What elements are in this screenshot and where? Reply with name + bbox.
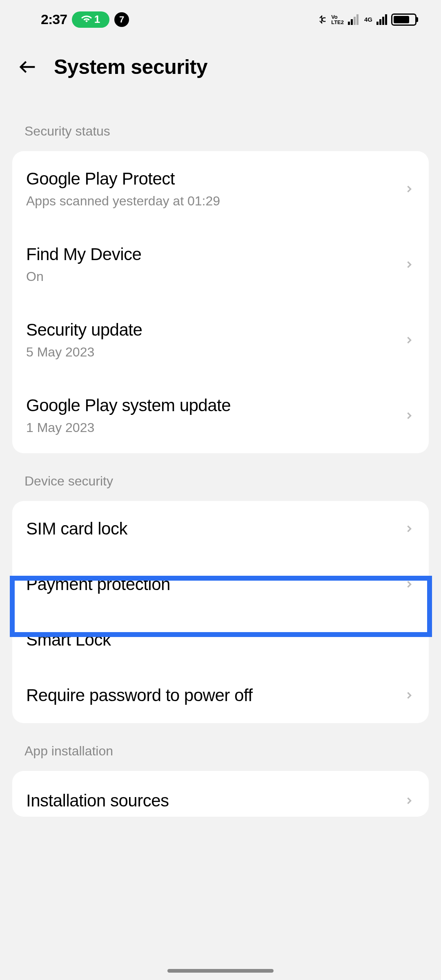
row-content: Require password to power off [26, 686, 403, 705]
battery-fill [394, 16, 409, 23]
card-app-installation: Installation sources [12, 771, 429, 817]
row-content: Find My Device On [26, 245, 403, 284]
signal-bars-2 [376, 14, 387, 25]
section-header-app-installation: App installation [0, 723, 441, 771]
notif-count: 7 [119, 14, 124, 25]
chevron-right-icon [403, 259, 415, 270]
row-title: Smart Lock [26, 630, 415, 650]
status-bar: 2:37 1 7 Vo LTE2 4G [0, 0, 441, 39]
row-installation-sources[interactable]: Installation sources [12, 771, 429, 817]
wifi-count: 1 [94, 13, 100, 26]
row-title: Require password to power off [26, 686, 403, 705]
row-content: Installation sources [26, 791, 403, 811]
row-smart-lock[interactable]: Smart Lock [12, 612, 429, 668]
row-require-password-power-off[interactable]: Require password to power off [12, 668, 429, 723]
battery-icon [391, 13, 416, 26]
chevron-right-icon [403, 523, 415, 535]
chevron-right-icon [403, 410, 415, 421]
chevron-right-icon [403, 334, 415, 346]
row-subtitle: 5 May 2023 [26, 345, 403, 360]
row-content: SIM card lock [26, 519, 403, 539]
volte-icon: Vo LTE2 [331, 14, 344, 25]
row-title: Installation sources [26, 791, 403, 811]
row-title: Find My Device [26, 245, 403, 264]
card-device-security: SIM card lock Payment protection Smart L… [12, 501, 429, 723]
4g-label: 4G [364, 16, 372, 22]
row-title: Security update [26, 320, 403, 340]
arrow-left-icon [17, 56, 38, 78]
row-subtitle: On [26, 269, 403, 284]
chevron-right-icon [403, 579, 415, 590]
row-subtitle: 1 May 2023 [26, 420, 403, 435]
row-google-play-protect[interactable]: Google Play Protect Apps scanned yesterd… [12, 151, 429, 227]
home-indicator[interactable] [167, 969, 274, 973]
status-left: 2:37 1 7 [41, 11, 129, 28]
row-content: Google Play Protect Apps scanned yesterd… [26, 169, 403, 209]
section-header-security-status: Security status [0, 103, 441, 151]
status-time: 2:37 [41, 11, 67, 27]
row-security-update[interactable]: Security update 5 May 2023 [12, 302, 429, 378]
chevron-right-icon [403, 183, 415, 195]
back-button[interactable] [16, 56, 39, 78]
page-title: System security [54, 55, 207, 79]
row-content: Security update 5 May 2023 [26, 320, 403, 360]
bluetooth-icon [316, 13, 327, 26]
chevron-right-icon [403, 690, 415, 701]
row-google-play-system-update[interactable]: Google Play system update 1 May 2023 [12, 378, 429, 453]
row-subtitle: Apps scanned yesterday at 01:29 [26, 194, 403, 209]
row-title: Google Play system update [26, 396, 403, 415]
row-content: Google Play system update 1 May 2023 [26, 396, 403, 435]
signal-bars-1 [348, 14, 359, 25]
row-title: SIM card lock [26, 519, 403, 539]
card-security-status: Google Play Protect Apps scanned yesterd… [12, 151, 429, 453]
row-content: Payment protection [26, 575, 403, 594]
svg-point-0 [324, 17, 325, 18]
row-sim-card-lock[interactable]: SIM card lock [12, 501, 429, 557]
row-title: Google Play Protect [26, 169, 403, 189]
wifi-call-icon [81, 14, 92, 25]
chevron-right-icon [403, 795, 415, 806]
page-header: System security [0, 39, 441, 103]
row-find-my-device[interactable]: Find My Device On [12, 227, 429, 302]
notification-count-badge: 7 [114, 12, 129, 27]
row-content: Smart Lock [26, 630, 415, 650]
status-right: Vo LTE2 4G [316, 13, 416, 26]
row-title: Payment protection [26, 575, 403, 594]
section-header-device-security: Device security [0, 453, 441, 501]
wifi-badge: 1 [72, 11, 109, 28]
row-payment-protection[interactable]: Payment protection [12, 557, 429, 612]
svg-point-1 [324, 20, 325, 22]
